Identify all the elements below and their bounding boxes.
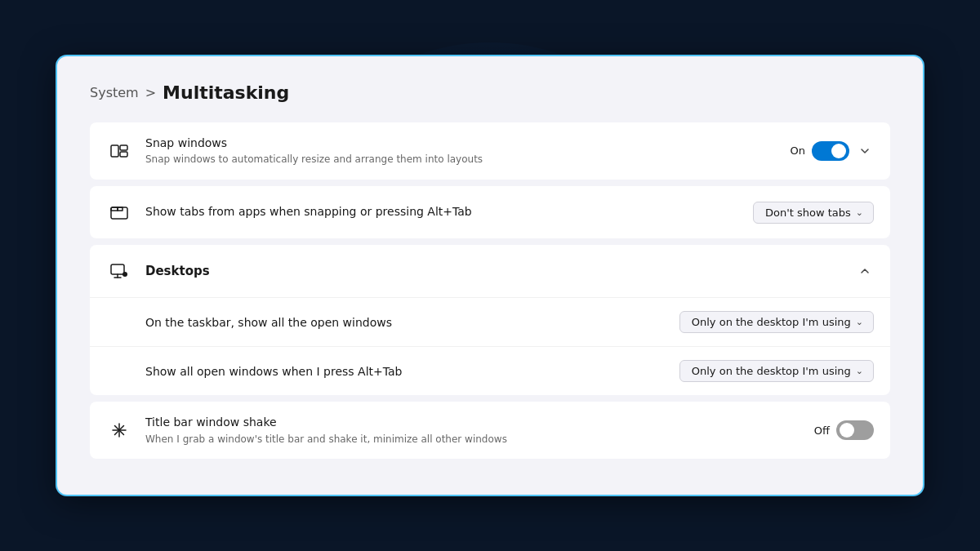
snap-windows-row: Snap windows Snap windows to automatical… [90,122,890,180]
show-tabs-chevron-icon: ⌄ [856,207,863,218]
desktops-header[interactable]: Desktops [90,245,890,298]
snap-windows-toggle[interactable] [812,141,849,161]
title-bar-shake-control: Off [814,420,874,440]
snap-windows-icon [106,138,132,164]
settings-window: System > Multitasking Snap windows Snap … [57,56,923,495]
desktops-card: Desktops On the taskbar, show all the op… [90,245,890,395]
breadcrumb: System > Multitasking [90,82,890,103]
title-bar-shake-toggle[interactable] [836,420,874,440]
show-tabs-dropdown[interactable]: Don't show tabs ⌄ [753,202,874,224]
taskbar-windows-dropdown[interactable]: Only on the desktop I'm using ⌄ [679,311,874,333]
snap-windows-title: Snap windows [145,136,777,152]
taskbar-windows-label: On the taskbar, show all the open window… [145,316,666,329]
desktops-icon [106,258,132,284]
svg-point-5 [122,272,127,277]
title-bar-shake-title: Title bar window shake [145,415,801,431]
show-tabs-card: Show tabs from apps when snapping or pre… [90,186,890,238]
title-bar-shake-icon [106,417,132,443]
alttab-windows-control: Only on the desktop I'm using ⌄ [679,360,874,382]
alttab-windows-chevron-icon: ⌄ [856,366,863,376]
svg-rect-3 [111,207,127,219]
show-tabs-dropdown-value: Don't show tabs [765,207,851,219]
alttab-windows-row: Show all open windows when I press Alt+T… [90,347,890,395]
snap-windows-toggle-label: On [791,144,805,157]
show-tabs-title: Show tabs from apps when snapping or pre… [145,204,740,220]
taskbar-windows-row: On the taskbar, show all the open window… [90,298,890,347]
title-bar-shake-row: Title bar window shake When I grab a win… [90,402,890,459]
title-bar-shake-toggle-label: Off [814,424,830,437]
taskbar-windows-control: Only on the desktop I'm using ⌄ [679,311,874,333]
desktops-title: Desktops [145,264,843,278]
svg-rect-4 [111,264,124,274]
show-tabs-control: Don't show tabs ⌄ [753,202,874,224]
snap-windows-desc: Snap windows to automatically resize and… [145,153,777,167]
chevron-up-icon [859,265,871,277]
chevron-down-icon [859,145,871,157]
snap-windows-control: On [791,141,874,161]
title-bar-shake-desc: When I grab a window's title bar and sha… [145,433,801,447]
breadcrumb-system[interactable]: System [90,85,139,100]
svg-rect-1 [120,145,127,150]
show-tabs-text: Show tabs from apps when snapping or pre… [145,204,740,220]
alttab-windows-dropdown-value: Only on the desktop I'm using [692,365,851,377]
snap-windows-card: Snap windows Snap windows to automatical… [90,122,890,180]
alttab-windows-dropdown[interactable]: Only on the desktop I'm using ⌄ [679,360,874,382]
taskbar-windows-chevron-icon: ⌄ [856,317,863,327]
desktops-collapse-button[interactable] [856,262,874,280]
snap-windows-toggle-knob [831,144,846,158]
svg-rect-0 [111,145,118,157]
show-tabs-icon [106,199,132,225]
title-bar-shake-toggle-knob [840,423,854,438]
breadcrumb-current: Multitasking [163,82,289,103]
svg-rect-2 [120,152,127,157]
snap-windows-text: Snap windows Snap windows to automatical… [145,136,777,167]
show-tabs-row: Show tabs from apps when snapping or pre… [90,186,890,238]
taskbar-windows-dropdown-value: Only on the desktop I'm using [692,316,851,328]
alttab-windows-label: Show all open windows when I press Alt+T… [145,365,666,378]
title-bar-shake-text: Title bar window shake When I grab a win… [145,415,801,446]
breadcrumb-separator: > [145,85,156,100]
snap-windows-expand-button[interactable] [856,142,874,160]
title-bar-shake-card: Title bar window shake When I grab a win… [90,402,890,459]
